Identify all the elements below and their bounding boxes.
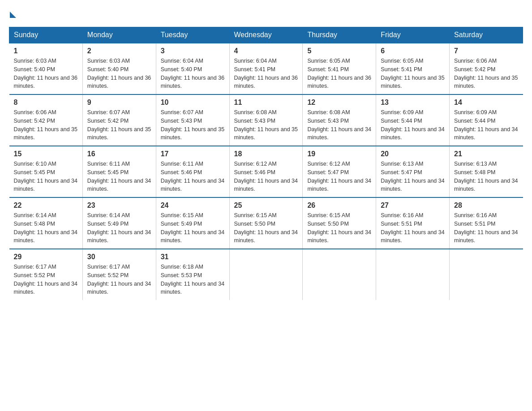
day-info: Sunrise: 6:08 AMSunset: 5:43 PMDaylight:… (307, 108, 371, 142)
day-info: Sunrise: 6:12 AMSunset: 5:47 PMDaylight:… (307, 160, 371, 193)
day-number: 18 (234, 150, 298, 158)
day-number: 13 (381, 98, 445, 107)
day-info: Sunrise: 6:16 AMSunset: 5:51 PMDaylight:… (454, 211, 518, 245)
day-info: Sunrise: 6:07 AMSunset: 5:42 PMDaylight:… (87, 108, 151, 142)
calendar-cell: 8Sunrise: 6:06 AMSunset: 5:42 PMDaylight… (9, 94, 83, 146)
calendar-cell (450, 249, 523, 300)
day-info: Sunrise: 6:14 AMSunset: 5:49 PMDaylight:… (87, 211, 151, 245)
day-info: Sunrise: 6:17 AMSunset: 5:52 PMDaylight:… (14, 263, 78, 296)
day-info: Sunrise: 6:03 AMSunset: 5:40 PMDaylight:… (14, 57, 78, 90)
day-info: Sunrise: 6:09 AMSunset: 5:44 PMDaylight:… (454, 108, 518, 142)
calendar-cell: 7Sunrise: 6:06 AMSunset: 5:42 PMDaylight… (450, 43, 523, 94)
day-info: Sunrise: 6:03 AMSunset: 5:40 PMDaylight:… (87, 57, 151, 90)
day-info: Sunrise: 6:07 AMSunset: 5:43 PMDaylight:… (161, 108, 225, 142)
day-number: 5 (307, 47, 371, 55)
calendar-cell: 23Sunrise: 6:14 AMSunset: 5:49 PMDayligh… (82, 197, 156, 249)
weekday-header-friday: Friday (376, 27, 450, 43)
day-info: Sunrise: 6:11 AMSunset: 5:45 PMDaylight:… (87, 160, 151, 193)
day-number: 9 (87, 98, 151, 107)
day-info: Sunrise: 6:12 AMSunset: 5:46 PMDaylight:… (234, 160, 298, 193)
day-info: Sunrise: 6:15 AMSunset: 5:50 PMDaylight:… (307, 211, 371, 245)
day-number: 21 (454, 150, 518, 158)
calendar-table: SundayMondayTuesdayWednesdayThursdayFrid… (9, 27, 523, 300)
day-info: Sunrise: 6:06 AMSunset: 5:42 PMDaylight:… (14, 108, 78, 142)
calendar-cell: 1Sunrise: 6:03 AMSunset: 5:40 PMDaylight… (9, 43, 83, 94)
day-number: 7 (454, 47, 518, 55)
day-info: Sunrise: 6:14 AMSunset: 5:48 PMDaylight:… (14, 211, 78, 245)
day-info: Sunrise: 6:04 AMSunset: 5:40 PMDaylight:… (161, 57, 225, 90)
day-number: 8 (14, 98, 78, 107)
day-number: 20 (381, 150, 445, 158)
day-info: Sunrise: 6:06 AMSunset: 5:42 PMDaylight:… (454, 57, 518, 90)
day-number: 26 (307, 201, 371, 210)
weekday-header-thursday: Thursday (303, 27, 376, 43)
day-info: Sunrise: 6:05 AMSunset: 5:41 PMDaylight:… (307, 57, 371, 90)
calendar-week-row: 1Sunrise: 6:03 AMSunset: 5:40 PMDaylight… (9, 43, 523, 94)
day-number: 31 (161, 253, 225, 261)
day-number: 3 (161, 47, 225, 55)
calendar-cell: 30Sunrise: 6:17 AMSunset: 5:52 PMDayligh… (82, 249, 156, 300)
calendar-cell: 28Sunrise: 6:16 AMSunset: 5:51 PMDayligh… (450, 197, 523, 249)
calendar-cell: 18Sunrise: 6:12 AMSunset: 5:46 PMDayligh… (229, 146, 303, 197)
day-number: 14 (454, 98, 518, 107)
calendar-cell: 26Sunrise: 6:15 AMSunset: 5:50 PMDayligh… (303, 197, 376, 249)
calendar-cell: 14Sunrise: 6:09 AMSunset: 5:44 PMDayligh… (450, 94, 523, 146)
day-info: Sunrise: 6:08 AMSunset: 5:43 PMDaylight:… (234, 108, 298, 142)
day-number: 28 (454, 201, 518, 210)
calendar-cell: 17Sunrise: 6:11 AMSunset: 5:46 PMDayligh… (156, 146, 229, 197)
calendar-cell: 16Sunrise: 6:11 AMSunset: 5:45 PMDayligh… (82, 146, 156, 197)
calendar-cell: 5Sunrise: 6:05 AMSunset: 5:41 PMDaylight… (303, 43, 376, 94)
day-info: Sunrise: 6:09 AMSunset: 5:44 PMDaylight:… (381, 108, 445, 142)
calendar-week-row: 29Sunrise: 6:17 AMSunset: 5:52 PMDayligh… (9, 249, 523, 300)
calendar-cell (376, 249, 450, 300)
weekday-header-monday: Monday (82, 27, 156, 43)
day-info: Sunrise: 6:13 AMSunset: 5:47 PMDaylight:… (381, 160, 445, 193)
calendar-week-row: 8Sunrise: 6:06 AMSunset: 5:42 PMDaylight… (9, 94, 523, 146)
weekday-header-row: SundayMondayTuesdayWednesdayThursdayFrid… (9, 27, 523, 43)
day-number: 19 (307, 150, 371, 158)
calendar-cell (303, 249, 376, 300)
calendar-cell: 6Sunrise: 6:05 AMSunset: 5:41 PMDaylight… (376, 43, 450, 94)
calendar-cell: 13Sunrise: 6:09 AMSunset: 5:44 PMDayligh… (376, 94, 450, 146)
day-number: 15 (14, 150, 78, 158)
day-number: 17 (161, 150, 225, 158)
day-number: 1 (14, 47, 78, 55)
calendar-cell: 4Sunrise: 6:04 AMSunset: 5:41 PMDaylight… (229, 43, 303, 94)
calendar-cell: 20Sunrise: 6:13 AMSunset: 5:47 PMDayligh… (376, 146, 450, 197)
calendar-cell: 19Sunrise: 6:12 AMSunset: 5:47 PMDayligh… (303, 146, 376, 197)
day-info: Sunrise: 6:04 AMSunset: 5:41 PMDaylight:… (234, 57, 298, 90)
calendar-cell: 21Sunrise: 6:13 AMSunset: 5:48 PMDayligh… (450, 146, 523, 197)
day-info: Sunrise: 6:13 AMSunset: 5:48 PMDaylight:… (454, 160, 518, 193)
day-number: 30 (87, 253, 151, 261)
weekday-header-sunday: Sunday (9, 27, 83, 43)
calendar-cell: 22Sunrise: 6:14 AMSunset: 5:48 PMDayligh… (9, 197, 83, 249)
calendar-cell: 3Sunrise: 6:04 AMSunset: 5:40 PMDaylight… (156, 43, 229, 94)
day-number: 16 (87, 150, 151, 158)
calendar-cell: 11Sunrise: 6:08 AMSunset: 5:43 PMDayligh… (229, 94, 303, 146)
day-number: 25 (234, 201, 298, 210)
day-number: 4 (234, 47, 298, 55)
day-number: 2 (87, 47, 151, 55)
day-info: Sunrise: 6:05 AMSunset: 5:41 PMDaylight:… (381, 57, 445, 90)
calendar-cell: 2Sunrise: 6:03 AMSunset: 5:40 PMDaylight… (82, 43, 156, 94)
calendar-cell (229, 249, 303, 300)
day-info: Sunrise: 6:15 AMSunset: 5:49 PMDaylight:… (161, 211, 225, 245)
day-number: 23 (87, 201, 151, 210)
day-number: 6 (381, 47, 445, 55)
day-number: 12 (307, 98, 371, 107)
day-info: Sunrise: 6:17 AMSunset: 5:52 PMDaylight:… (87, 263, 151, 296)
logo (9, 9, 16, 18)
day-info: Sunrise: 6:18 AMSunset: 5:53 PMDaylight:… (161, 263, 225, 296)
calendar-week-row: 22Sunrise: 6:14 AMSunset: 5:48 PMDayligh… (9, 197, 523, 249)
calendar-cell: 10Sunrise: 6:07 AMSunset: 5:43 PMDayligh… (156, 94, 229, 146)
day-info: Sunrise: 6:16 AMSunset: 5:51 PMDaylight:… (381, 211, 445, 245)
calendar-cell: 15Sunrise: 6:10 AMSunset: 5:45 PMDayligh… (9, 146, 83, 197)
day-number: 29 (14, 253, 78, 261)
day-number: 11 (234, 98, 298, 107)
calendar-cell: 31Sunrise: 6:18 AMSunset: 5:53 PMDayligh… (156, 249, 229, 300)
calendar-cell: 25Sunrise: 6:15 AMSunset: 5:50 PMDayligh… (229, 197, 303, 249)
day-number: 27 (381, 201, 445, 210)
weekday-header-saturday: Saturday (450, 27, 523, 43)
day-number: 24 (161, 201, 225, 210)
calendar-cell: 24Sunrise: 6:15 AMSunset: 5:49 PMDayligh… (156, 197, 229, 249)
